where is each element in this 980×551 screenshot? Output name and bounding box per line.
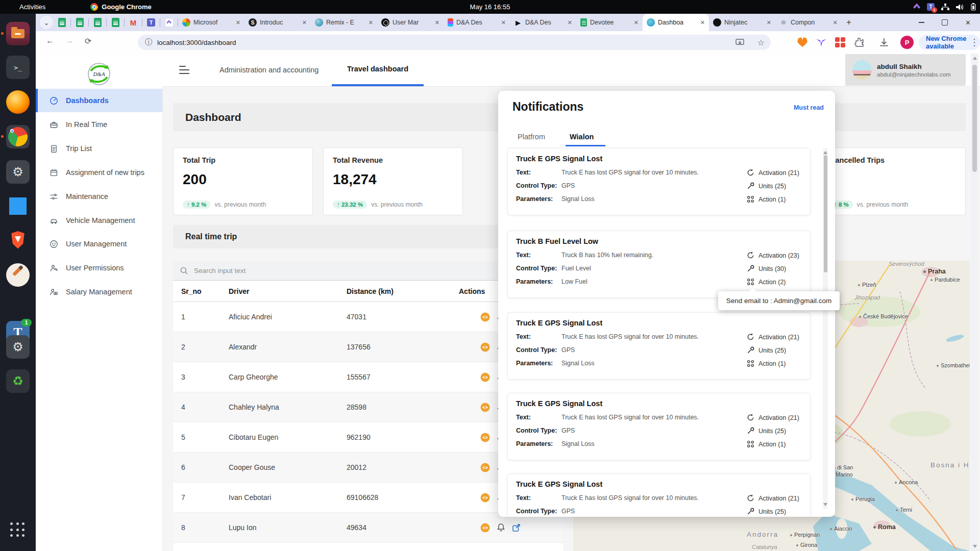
open-external-icon[interactable] <box>512 523 521 532</box>
notification-card[interactable]: Truck B Fuel Level Low Text:Truck B has … <box>507 231 811 298</box>
tab-video[interactable]: ▶ D&A Des ✕ <box>510 14 576 31</box>
view-eye-icon[interactable] <box>480 523 490 533</box>
hamburger-menu-icon[interactable] <box>179 66 189 77</box>
close-icon[interactable]: ✕ <box>700 19 705 26</box>
pinned-tab-sheets[interactable] <box>89 14 106 31</box>
header-tab-administration[interactable]: Administration and accounting <box>219 54 318 86</box>
notification-card[interactable]: Truck E GPS Signal Lost Text:Truck E has… <box>507 393 811 460</box>
pinned-tab-clickup[interactable] <box>160 14 178 31</box>
view-eye-icon[interactable] <box>480 493 490 503</box>
recycle-app-icon[interactable]: ♻ <box>6 369 30 393</box>
tab-github[interactable]: Ninjatec ✕ <box>709 14 775 31</box>
notif-tab-platform[interactable]: Platfrom <box>518 128 545 146</box>
window-close-button[interactable]: ✕ <box>965 19 971 27</box>
sidebar-item-in-real-time[interactable]: In Real Time <box>36 113 162 136</box>
sidebar-item-salary-management[interactable]: Salary Management <box>36 280 162 304</box>
notification-card[interactable]: Truck E GPS Signal Lost Text:Truck E has… <box>507 312 811 380</box>
close-icon[interactable]: ✕ <box>568 19 572 26</box>
settings-app-icon[interactable]: ⚙ <box>6 160 30 184</box>
row-bell-icon[interactable] <box>497 523 505 532</box>
scrollbar-thumb[interactable] <box>972 65 977 172</box>
extensions-puzzle-icon[interactable] <box>854 37 864 47</box>
clickup-tray-icon[interactable] <box>913 4 920 11</box>
scroll-up-icon[interactable] <box>973 57 977 60</box>
sidebar-item-maintenance[interactable]: Maintenance <box>36 185 162 208</box>
notification-card[interactable]: Truck E GPS Signal Lost Text:Truck E has… <box>507 473 811 517</box>
minimize-button[interactable] <box>919 22 924 23</box>
tab-dashboard-active[interactable]: Dashboa ✕ <box>643 14 709 31</box>
sidebar-item-user-permissions[interactable]: User Permissions <box>36 256 162 280</box>
clock[interactable]: May 16 16:55 <box>470 3 510 11</box>
sidebar-item-dashboards[interactable]: Dashboards <box>36 89 162 112</box>
pinned-tab-gmail[interactable]: M <box>125 14 142 31</box>
install-icon[interactable] <box>736 39 744 46</box>
network-icon[interactable] <box>941 4 949 11</box>
terminal-app-icon[interactable]: >_ <box>6 56 30 79</box>
forward-button[interactable]: → <box>65 36 74 45</box>
view-eye-icon[interactable] <box>480 342 490 352</box>
vscode-app-icon[interactable] <box>6 194 30 218</box>
must-read-link[interactable]: Must read <box>794 104 824 111</box>
tab-figma-design[interactable]: D&A Des ✕ <box>444 14 510 31</box>
back-button[interactable]: ← <box>46 36 54 45</box>
scroll-up-icon[interactable] <box>823 151 827 154</box>
files-app-icon[interactable] <box>6 22 30 45</box>
reload-button[interactable]: ⟳ <box>85 36 91 46</box>
downloads-icon[interactable] <box>879 38 889 48</box>
notif-tab-wialon[interactable]: Wialon <box>570 128 594 146</box>
user-card[interactable]: abdull Shaikh abdul@ninjatechnolabs.com <box>845 54 966 86</box>
page-scrollbar[interactable] <box>971 54 978 551</box>
pinned-tab-sheets[interactable] <box>107 14 124 31</box>
view-eye-icon[interactable] <box>480 463 490 472</box>
tab-user-management[interactable]: User Mar ✕ <box>377 14 444 31</box>
close-icon[interactable]: ✕ <box>236 19 240 26</box>
bookmark-star-icon[interactable]: ☆ <box>757 38 765 47</box>
sidebar-item-trip-list[interactable]: Trip List <box>36 137 162 160</box>
tab-components[interactable]: ⚛ Compon ✕ <box>775 14 842 31</box>
scroll-down-icon[interactable] <box>973 545 977 548</box>
close-icon[interactable]: ✕ <box>435 19 439 26</box>
close-icon[interactable]: ✕ <box>767 19 771 26</box>
chrome-app-icon[interactable] <box>6 125 30 148</box>
grid-extension-icon[interactable] <box>835 37 845 47</box>
header-tab-travel-dashboard[interactable]: Travel dashboard <box>332 54 424 86</box>
notifications-scrollbar[interactable] <box>823 148 828 509</box>
screenshot-tool-icon[interactable] <box>6 263 30 287</box>
view-eye-icon[interactable] <box>480 403 490 412</box>
app-tray-icon[interactable]: T 1 <box>927 3 935 11</box>
app-launcher-grid-icon[interactable] <box>10 522 26 538</box>
close-icon[interactable]: ✕ <box>634 19 639 26</box>
new-tab-button[interactable]: + <box>842 15 856 30</box>
brave-app-icon[interactable] <box>6 229 30 252</box>
view-eye-icon[interactable] <box>480 433 490 442</box>
volume-icon[interactable] <box>956 4 964 11</box>
view-eye-icon[interactable] <box>480 312 490 322</box>
close-icon[interactable]: ✕ <box>833 19 838 26</box>
sidebar-item-user-management[interactable]: User Management <box>36 232 162 256</box>
close-icon[interactable]: ✕ <box>501 19 506 26</box>
tab-devotee-sheet[interactable]: Devotee ✕ <box>576 14 643 31</box>
tab-search-chevron-icon[interactable]: ⌄ <box>40 16 53 29</box>
view-eye-icon[interactable] <box>480 372 490 382</box>
battery-icon[interactable] <box>971 3 976 11</box>
activities-button[interactable]: Activities <box>19 3 45 11</box>
settings2-app-icon[interactable]: ⚙ <box>6 335 30 359</box>
close-icon[interactable]: ✕ <box>369 19 373 26</box>
scrollbar-thumb[interactable] <box>824 155 827 272</box>
sidebar-item-vehicle-management[interactable]: Vehicle Management <box>36 209 162 232</box>
firefox-app-icon[interactable] <box>6 90 30 114</box>
pinned-tab-sheets[interactable] <box>71 14 88 31</box>
focused-app-indicator[interactable]: Google Chrome <box>90 3 152 11</box>
metamask-extension-icon[interactable] <box>797 37 807 47</box>
pinned-tab-teams[interactable]: T <box>142 14 160 31</box>
tab-microsoft[interactable]: Microsof ✕ <box>178 14 244 31</box>
profile-avatar[interactable]: P <box>900 36 914 49</box>
browser-menu-kebab-icon[interactable]: ⋮ <box>970 37 979 48</box>
notification-card[interactable]: Truck E GPS Signal Lost Text:Truck E has… <box>507 148 811 215</box>
sidebar-item-assignment-of-new-trips[interactable]: Assignment of new trips <box>36 161 162 184</box>
site-info-icon[interactable]: ⓘ <box>145 38 152 47</box>
tab-introduction[interactable]: S Introduc ✕ <box>244 14 311 31</box>
search-input[interactable] <box>193 266 501 275</box>
tab-remix[interactable]: Remix - E ✕ <box>311 14 377 31</box>
close-icon[interactable]: ✕ <box>302 19 307 26</box>
